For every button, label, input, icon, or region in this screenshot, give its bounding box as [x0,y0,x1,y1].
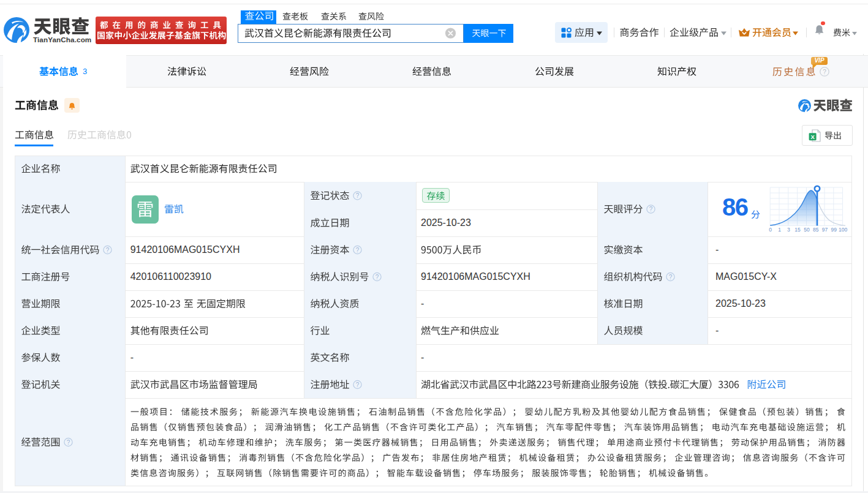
svg-text:?: ? [823,69,826,75]
svg-text:X: X [810,134,815,140]
